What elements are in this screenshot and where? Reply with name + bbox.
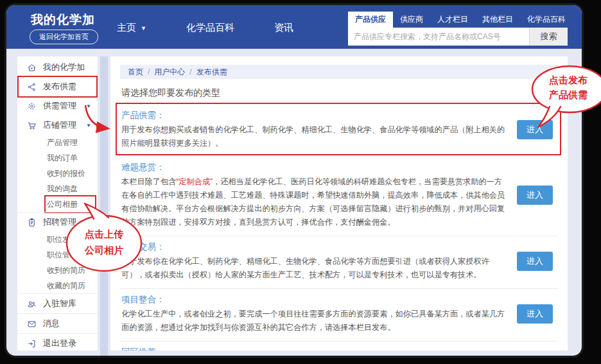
card-title: 项目整合： [121,294,508,306]
sidebar-item-label: 我的化学加 [43,62,85,73]
sidebar-subitem[interactable]: 我的询盘 [17,181,98,196]
back-to-home-button[interactable]: 返回化学加首页 [30,30,98,44]
highlighted-term: “定制合成” [176,177,213,186]
sidebar-item-icon-wrap [27,120,37,130]
card-title: 产品供需： [121,110,508,121]
sidebar-item-label: 入驻智库 [43,298,76,309]
card-text: 园区推荐：用于发布可以招商引进化学化工、制药化学、精细化工、生物化学、食品化学等… [121,347,508,351]
sidebar-group: 供需管理▼ [17,96,98,116]
card-body: 用于发布你在化学化工、制药化学、精细化工、生物化学、食品化学等方面想要引进（或者… [121,255,508,282]
breadcrumb-item[interactable]: 首页 [128,67,143,78]
search-row: 搜索 [348,28,568,46]
sidebar-item-icon-wrap [27,217,37,227]
sidebar-item[interactable]: 入驻智库 [17,294,98,313]
page: 我的化学加 返回化学加首页 主页▼化学品百科资讯 产品供应供应商人才栏目其他栏目… [6,5,582,356]
search-tab[interactable]: 产品供应 [348,12,393,28]
sidebar-item-icon-wrap [27,299,37,309]
breadcrumb-item[interactable]: 发布供需 [196,67,227,78]
breadcrumb: 首页/用户中心/发布供需 [120,65,558,79]
nav-item[interactable]: 化学品百科 [186,22,234,34]
sidebar-subitem[interactable]: 产品管理 [17,135,98,150]
card: 难题悬赏：本栏目除了包含“定制合成”，还相当是化学化工、医药日化等领域的科研难题… [120,157,558,236]
sidebar-item-icon-wrap [27,318,37,329]
sidebar-subitem[interactable]: 公司相册 [17,196,98,212]
sidebar-item-icon-wrap [27,62,37,73]
sidebar-group: 招聘管理职位发布职位管理收到的简历收藏的简历 [17,212,98,293]
breadcrumb-separator: / [189,67,191,76]
card-text: 项目整合：化学化工生产中，或者创业之初，要完成一个项目往往需要多方面的资源要素，… [121,294,508,334]
card-body: 化学化工生产中，或者创业之初，要完成一个项目往往需要多方面的资源要素，如你已具备… [121,308,508,334]
sidebar-group: 消息 [17,313,98,333]
main-content: 首页/用户中心/发布供需 请选择您即要发布的类型 产品供需：用于发布你想购买或者… [110,56,568,351]
search-tabs: 产品供应供应商人才栏目其他栏目化学品百科 [348,12,568,28]
sidebar-group: 发布供需 [17,77,98,96]
body-segment: 本栏目除了包含 [121,177,176,186]
card-title: 技术交易： [121,241,508,253]
sidebar-item[interactable]: 发布供需 [17,77,98,96]
sidebar-subitem[interactable]: 收藏的简历 [17,278,98,293]
sidebar-group: 店铺管理▼产品管理我的订单收到的报价我的询盘公司相册 [17,116,98,212]
chevron-down-icon: ▼ [86,123,91,128]
cart-icon [27,121,37,130]
search-tab[interactable]: 其他栏目 [475,12,520,28]
sidebar-item[interactable]: 供需管理▼ [17,96,98,116]
sidebar-item-label: 消息 [43,318,60,329]
body-segment: 用于发布你在化学化工、制药化学、精细化工、生物化学、食品化学等方面想要引进（或者… [121,257,489,279]
chevron-down-icon: ▼ [86,103,91,109]
sidebar-item[interactable]: 店铺管理▼ [17,116,98,135]
enter-button[interactable]: 进入 [517,120,553,139]
nav-item[interactable]: 资讯 [274,22,293,34]
search-input[interactable] [348,28,529,46]
card: 产品供需：用于发布你想购买或者销售的化学化工、制药化学、精细化工、生物化学、食品… [120,105,558,157]
card-text: 难题悬赏：本栏目除了包含“定制合成”，还相当是化学化工、医药日化等领域的科研难题… [121,162,508,229]
card-title: 园区推荐： [121,347,508,351]
body-segment: 化学化工生产中，或者创业之初，要完成一个项目往往需要多方面的资源要素，如你已具备… [121,309,505,332]
sidebar-group: 退出登录 [17,333,98,353]
card-body: 用于发布你想购买或者销售的化学化工、制药化学、精细化工、生物化学、食品化学等领域… [121,123,508,150]
page-title: 请选择您即要发布的类型 [121,87,558,99]
sidebar-item-icon-wrap [27,82,37,92]
sidebar-group: 我的化学加 [17,58,98,77]
search-tab[interactable]: 供应商 [393,12,430,28]
sidebar-item-label: 发布供需 [43,81,76,92]
share-icon [27,82,37,92]
gear-icon [27,101,37,111]
sidebar-item[interactable]: 招聘管理 [17,212,98,232]
card-list: 产品供需：用于发布你想购买或者销售的化学化工、制药化学、精细化工、生物化学、食品… [120,105,558,351]
sidebar-group: 入驻智库 [17,293,98,313]
sidebar-item-label: 招聘管理 [43,216,76,228]
home-icon [27,63,37,73]
main-nav: 主页▼化学品百科资讯 [117,22,293,34]
breadcrumb-item[interactable]: 用户中心 [154,67,185,78]
nav-item[interactable]: 主页▼ [117,22,146,34]
sidebar-item-icon-wrap [27,338,37,349]
enter-button[interactable]: 进入 [517,304,553,324]
sidebar-item[interactable]: 消息 [17,314,98,333]
sidebar-subitem[interactable]: 收到的报价 [17,166,98,181]
sidebar-item[interactable]: 退出登录 [17,334,98,353]
search-tab[interactable]: 人才栏目 [430,12,475,28]
enter-button[interactable]: 进入 [517,186,553,205]
sidebar-subitem[interactable]: 职位发布 [17,232,98,247]
sidebar-subitem[interactable]: 收到的简历 [17,263,98,278]
sidebar: 我的化学加发布供需供需管理▼店铺管理▼产品管理我的订单收到的报价我的询盘公司相册… [17,56,98,351]
chevron-down-icon: ▼ [141,26,146,31]
search-tab[interactable]: 化学品百科 [520,12,573,28]
sidebar-item-label: 供需管理 [43,100,76,112]
card-text: 技术交易：用于发布你在化学化工、制药化学、精细化工、生物化学、食品化学等方面想要… [121,241,508,282]
sidebar-subitem[interactable]: 我的订单 [17,150,98,166]
nav-item-label: 主页 [117,22,136,34]
card: 园区推荐：用于发布可以招商引进化学化工、制药化学、精细化工、生物化学、食品化学等… [120,342,558,351]
sidebar-item-label: 退出登录 [43,338,76,349]
sidebar-item[interactable]: 我的化学加 [17,58,98,77]
card: 技术交易：用于发布你在化学化工、制药化学、精细化工、生物化学、食品化学等方面想要… [120,236,558,289]
search-button[interactable]: 搜索 [529,28,568,46]
card-text: 产品供需：用于发布你想购买或者销售的化学化工、制药化学、精细化工、生物化学、食品… [121,110,508,150]
sidebar-subitem[interactable]: 职位管理 [17,247,98,263]
enter-button[interactable]: 进入 [517,252,553,271]
sidebar-item-icon-wrap [27,101,37,111]
body-segment: 用于发布你想购买或者销售的化学化工、制药化学、精细化工、生物化学、食品化学等领域… [121,125,505,148]
sidebar-gutter [100,56,108,356]
nav-item-label: 化学品百科 [186,22,234,34]
sidebar-item-label: 店铺管理 [43,119,76,131]
